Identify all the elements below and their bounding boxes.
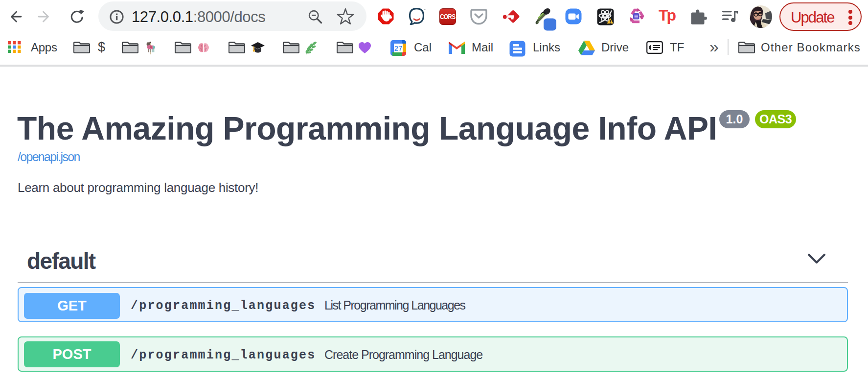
- svg-text:27: 27: [394, 44, 403, 52]
